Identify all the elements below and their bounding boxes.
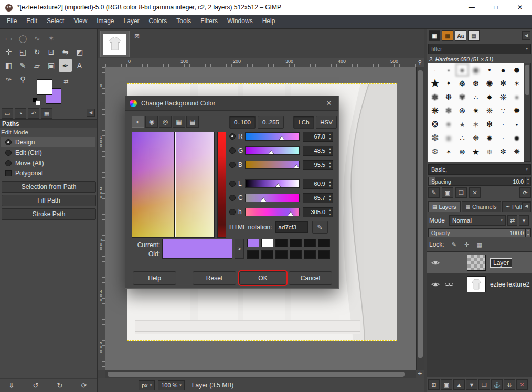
brush-filter-input[interactable]: filter ▾ bbox=[428, 44, 531, 54]
menu-item[interactable]: File bbox=[2, 15, 22, 28]
dock-tab[interactable]: ▤ Layers bbox=[428, 201, 461, 212]
picker-gimp[interactable]: ◐ bbox=[132, 116, 144, 128]
brush-scrollbar[interactable] bbox=[524, 63, 531, 162]
history-expander-button[interactable]: > bbox=[235, 239, 244, 259]
unit-dropdown[interactable]: px ▾ bbox=[139, 380, 155, 390]
dock-tab-tool-options[interactable]: ▭ bbox=[2, 108, 13, 119]
radio-icon[interactable] bbox=[5, 160, 12, 166]
edit-brush-button[interactable]: ✎ bbox=[428, 187, 440, 198]
foreground-color-swatch[interactable] bbox=[37, 79, 52, 95]
tool-flip[interactable]: ⇋ bbox=[59, 45, 72, 58]
spinner-arrows[interactable]: ▴▾ bbox=[327, 194, 333, 203]
brush-item[interactable]: ● bbox=[510, 131, 524, 145]
dock-tab-brushes[interactable]: ▣ bbox=[429, 30, 440, 41]
tool-scale[interactable]: ⊡ bbox=[45, 45, 58, 58]
dock-tab-patterns[interactable]: ▩ bbox=[442, 30, 453, 41]
brush-item[interactable]: ★ bbox=[469, 145, 483, 158]
maximize-button[interactable]: □ bbox=[484, 0, 508, 15]
brush-item[interactable]: ∵ bbox=[496, 104, 510, 118]
tool-ellipse-select[interactable]: ◯ bbox=[16, 31, 29, 45]
menu-item[interactable]: Edit bbox=[22, 15, 42, 28]
swap-colors-icon[interactable]: ⇄ bbox=[63, 78, 68, 85]
brush-item[interactable]: ❆ bbox=[469, 77, 483, 90]
spinner-arrows[interactable]: ▴▾ bbox=[327, 161, 333, 169]
channel-slider[interactable] bbox=[245, 208, 300, 216]
save-button[interactable]: ⇩ bbox=[6, 380, 17, 391]
visibility-eye-icon[interactable] bbox=[431, 260, 440, 266]
dialog-close-icon[interactable]: ✕ bbox=[324, 99, 334, 107]
brush-item[interactable]: ✾ bbox=[455, 90, 469, 104]
brush-item[interactable]: ✶ bbox=[442, 145, 455, 158]
channel-spinbox[interactable]: 67.8 ▴▾ bbox=[303, 132, 333, 142]
picker-watercolor[interactable]: ◉ bbox=[145, 116, 158, 128]
default-colors-icon[interactable] bbox=[33, 98, 42, 106]
color-picker-button[interactable]: ✎ bbox=[312, 221, 328, 234]
edit-mode-option[interactable]: Move (Alt) bbox=[1, 158, 95, 168]
channel-radio[interactable] bbox=[229, 133, 236, 140]
opacity-slider[interactable]: Opacity 100.0 ▴▾ bbox=[428, 228, 531, 237]
history-swatch[interactable] bbox=[290, 250, 302, 259]
help-button[interactable]: Help bbox=[133, 271, 176, 285]
menu-item[interactable]: Image bbox=[92, 15, 119, 28]
polygonal-checkbox[interactable] bbox=[5, 170, 12, 176]
anchor-layer-button[interactable]: ⚓ bbox=[491, 379, 503, 390]
zoom-dropdown[interactable]: 100 % ▾ bbox=[158, 380, 185, 390]
refresh-brushes-button[interactable]: ⟳ bbox=[519, 187, 531, 198]
brush-item[interactable]: ⊛ bbox=[455, 145, 469, 158]
brush-item[interactable]: ✽ bbox=[428, 90, 442, 104]
history-swatch[interactable] bbox=[275, 250, 288, 259]
slider-marker[interactable] bbox=[294, 165, 299, 168]
menu-item[interactable]: Help bbox=[258, 15, 280, 28]
polygonal-option[interactable]: Polygonal bbox=[5, 169, 43, 177]
brush-item[interactable]: ✼ bbox=[496, 77, 510, 90]
brush-item[interactable]: ● bbox=[455, 63, 469, 77]
close-view-icon[interactable]: ⊠ bbox=[132, 32, 142, 41]
lch-button[interactable]: LCh bbox=[293, 116, 314, 129]
channel-spinbox[interactable]: 60.9 ▴▾ bbox=[303, 179, 333, 189]
history-swatch[interactable] bbox=[290, 239, 302, 247]
html-notation-input[interactable]: ad7cf3 bbox=[275, 221, 308, 233]
brush-item[interactable]: ✶ bbox=[510, 77, 524, 90]
redo-button[interactable]: ↻ bbox=[55, 380, 65, 391]
brush-item[interactable]: ● bbox=[442, 63, 455, 77]
history-swatch[interactable] bbox=[304, 239, 316, 247]
brush-item[interactable]: ∴ bbox=[469, 90, 483, 104]
channel-slider[interactable] bbox=[245, 161, 300, 169]
brush-item[interactable]: ● bbox=[442, 118, 455, 131]
menu-item[interactable]: Filters bbox=[196, 15, 222, 28]
dialog-titlebar[interactable]: Change Background Color ✕ bbox=[125, 96, 338, 111]
brush-item[interactable]: ✼ bbox=[496, 145, 510, 158]
brush-item[interactable]: ★ bbox=[428, 77, 442, 90]
channel-slider[interactable] bbox=[245, 132, 300, 141]
history-swatch[interactable] bbox=[304, 250, 316, 259]
brush-item[interactable]: ❉ bbox=[442, 90, 455, 104]
brush-item[interactable]: ✺ bbox=[483, 131, 496, 145]
raise-layer-button[interactable]: ▲ bbox=[453, 379, 465, 390]
brush-item[interactable]: · bbox=[428, 63, 442, 77]
brush-item[interactable]: ● bbox=[510, 63, 524, 77]
layer-thumbnail[interactable] bbox=[467, 255, 486, 271]
menu-item[interactable]: Tools bbox=[172, 15, 196, 28]
merge-layer-button[interactable]: ⇊ bbox=[504, 379, 515, 390]
brush-item[interactable]: ● bbox=[442, 131, 455, 145]
channel-slider[interactable] bbox=[245, 194, 300, 202]
new-layer-button[interactable]: ⊞ bbox=[428, 379, 440, 390]
brush-item[interactable]: ✷ bbox=[469, 104, 483, 118]
brush-item[interactable]: ∴ bbox=[455, 131, 469, 145]
delete-brush-button[interactable]: ✕ bbox=[469, 187, 481, 198]
channel-radio[interactable] bbox=[229, 162, 236, 168]
duplicate-brush-button[interactable]: ❏ bbox=[455, 187, 467, 198]
delete-layer-button[interactable]: ✕ bbox=[516, 379, 528, 390]
dock-menu-arrow-icon[interactable]: ◀ bbox=[522, 31, 530, 40]
slider-marker[interactable] bbox=[261, 198, 266, 202]
paths-action-button[interactable]: Stroke Path bbox=[2, 208, 96, 220]
slider-marker[interactable] bbox=[275, 184, 281, 187]
channel-slider[interactable] bbox=[245, 179, 300, 188]
tool-crop[interactable]: ◱ bbox=[16, 45, 29, 58]
tool-fuzzy-select[interactable]: ✶ bbox=[45, 31, 58, 45]
mode-group-switch-button[interactable]: ⇄ bbox=[507, 215, 517, 226]
dock-tab-device-status[interactable]: ◔ bbox=[15, 108, 26, 119]
vertical-scrollbar-thumb[interactable] bbox=[418, 70, 423, 358]
blend-space-button[interactable]: ▾ bbox=[519, 215, 529, 226]
brush-item[interactable]: ✺ bbox=[483, 77, 496, 90]
